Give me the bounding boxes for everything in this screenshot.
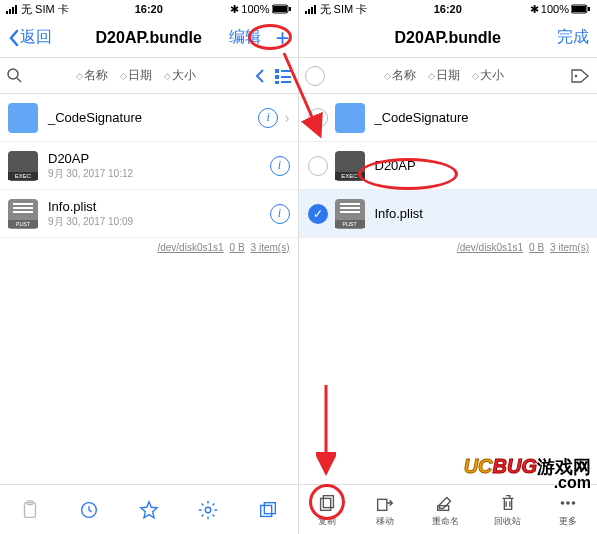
svg-rect-5 [275,69,279,73]
favorite-button[interactable] [138,499,160,521]
status-bar: 无 SIM 卡 16:20 ✱ 100% [299,0,598,18]
info-icon[interactable]: i [270,204,290,224]
sort-name-button[interactable]: ◇名称 [76,67,108,84]
clock: 16:20 [299,3,598,15]
sort-date-button[interactable]: ◇日期 [428,67,460,84]
list-item[interactable]: D20AP9月 30, 2017 10:12 i [0,142,298,190]
copy-button[interactable]: 复制 [316,492,338,528]
select-circle[interactable] [308,108,328,128]
plist-icon [8,199,38,229]
nav-bar: D20AP.bundle 完成 [299,18,598,58]
svg-point-14 [206,507,212,513]
svg-rect-16 [264,502,275,513]
done-button[interactable]: 完成 [557,27,589,48]
svg-point-20 [575,74,578,77]
left-pane: 无 SIM 卡 16:20 ✱ 100% 返回 D20AP.bundle 编辑 … [0,0,299,534]
svg-rect-8 [281,76,291,78]
exec-icon [8,151,38,181]
nav-bar: 返回 D20AP.bundle 编辑 + [0,18,298,58]
trash-button[interactable]: 回收站 [494,492,521,528]
svg-rect-6 [275,75,279,79]
settings-button[interactable] [197,499,219,521]
svg-rect-22 [324,495,334,507]
view-back-icon[interactable] [254,67,268,85]
clipboard-button[interactable] [19,499,41,521]
search-icon[interactable] [6,67,24,85]
folder-icon [335,103,365,133]
sort-toolbar: ◇名称 ◇日期 ◇大小 [0,58,298,94]
sort-name-button[interactable]: ◇名称 [384,67,416,84]
page-title: D20AP.bundle [299,29,598,47]
bottom-toolbar: 复制 移动 重命名 回收站 更多 [299,484,598,534]
svg-point-3 [8,69,18,79]
svg-rect-7 [281,70,291,72]
view-grid-icon[interactable] [274,67,292,85]
edit-button[interactable]: 编辑 [229,27,261,48]
svg-rect-23 [378,499,387,510]
select-circle[interactable] [308,156,328,176]
svg-point-28 [566,501,570,505]
sort-date-button[interactable]: ◇日期 [120,67,152,84]
file-list: _CodeSignature D20AP ✓ Info.plist [299,94,598,238]
svg-rect-9 [275,81,279,84]
svg-line-4 [17,78,21,82]
info-icon[interactable]: i [258,108,278,128]
list-item[interactable]: D20AP [299,142,598,190]
svg-rect-15 [260,505,271,516]
disk-summary: /dev/disk0s1s10 B3 item(s) [299,238,598,257]
clock: 16:20 [0,3,298,15]
svg-point-27 [561,501,565,505]
chevron-right-icon: › [284,109,289,127]
list-item[interactable]: _CodeSignature [299,94,598,142]
list-item[interactable]: Info.plist9月 30, 2017 10:09 i [0,190,298,238]
plist-icon [335,199,365,229]
windows-button[interactable] [257,499,279,521]
move-button[interactable]: 移动 [374,492,396,528]
file-list: _CodeSignature i › D20AP9月 30, 2017 10:1… [0,94,298,238]
bottom-toolbar [0,484,298,534]
svg-point-29 [572,501,576,505]
status-bar: 无 SIM 卡 16:20 ✱ 100% [0,0,298,18]
watermark: UCBUG游戏网 .com [464,457,591,490]
svg-rect-10 [281,81,291,83]
exec-icon [335,151,365,181]
svg-rect-21 [321,498,331,510]
checkmark-icon[interactable]: ✓ [308,204,328,224]
sort-toolbar: ◇名称 ◇日期 ◇大小 [299,58,598,94]
list-item-selected[interactable]: ✓ Info.plist [299,190,598,238]
back-button[interactable]: 返回 [8,27,52,48]
right-pane: 无 SIM 卡 16:20 ✱ 100% D20AP.bundle 完成 ◇名称… [299,0,598,534]
add-button[interactable]: + [275,26,289,50]
select-all-button[interactable] [305,66,325,86]
tag-icon[interactable] [569,67,591,85]
rename-button[interactable]: 重命名 [432,492,459,528]
list-item[interactable]: _CodeSignature i › [0,94,298,142]
sort-size-button[interactable]: ◇大小 [472,67,504,84]
sort-size-button[interactable]: ◇大小 [164,67,196,84]
info-icon[interactable]: i [270,156,290,176]
disk-summary: /dev/disk0s1s10 B3 item(s) [0,238,298,257]
more-button[interactable]: 更多 [557,492,579,528]
recent-button[interactable] [78,499,100,521]
folder-icon [8,103,38,133]
